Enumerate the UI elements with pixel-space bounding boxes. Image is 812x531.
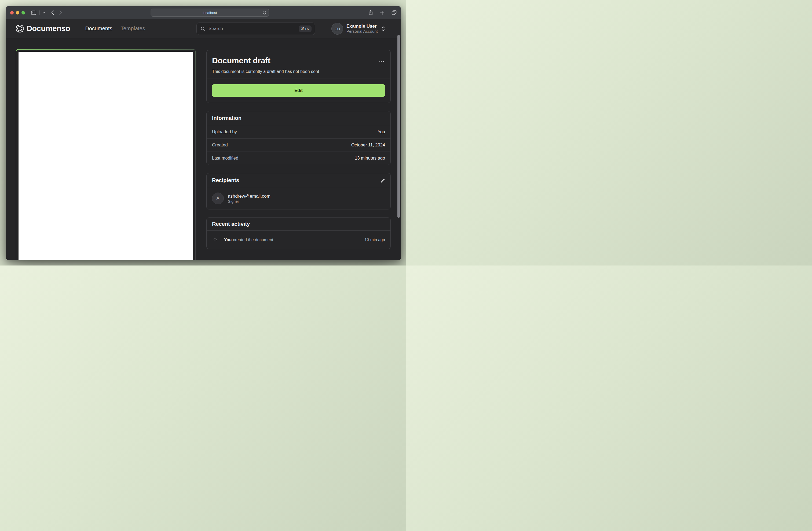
activity-text: Youcreated the document bbox=[224, 237, 273, 242]
document-status-title: Document draft bbox=[207, 50, 390, 65]
browser-toolbar: localhost bbox=[6, 6, 401, 19]
search-input[interactable]: Search ⌘+K bbox=[197, 23, 315, 35]
app-header: Documenso Documents Templates Search ⌘+K… bbox=[6, 19, 401, 38]
recent-activity-card: Recent activity Youcreated the document … bbox=[206, 218, 391, 249]
documenso-logo-icon bbox=[16, 25, 24, 32]
activity-row: Youcreated the document 13 min ago bbox=[207, 231, 390, 249]
document-preview-frame bbox=[16, 49, 195, 260]
forward-icon[interactable] bbox=[59, 11, 62, 15]
vertical-scrollbar[interactable] bbox=[397, 35, 400, 218]
info-row-last-modified: Last modified 13 minutes ago bbox=[207, 151, 390, 165]
tab-overview-icon[interactable] bbox=[392, 10, 396, 15]
document-preview-inner bbox=[16, 49, 195, 260]
main-nav: Documents Templates bbox=[85, 26, 145, 32]
recipients-card: Recipients A ashdrew@email.com Signer bbox=[206, 173, 391, 209]
document-status-card: Document draft This document is currentl… bbox=[206, 50, 391, 103]
recipient-role: Signer bbox=[228, 199, 271, 204]
recipient-text: ashdrew@email.com Signer bbox=[228, 193, 271, 204]
info-value: October 11, 2024 bbox=[351, 143, 385, 147]
page-content: Document draft This document is currentl… bbox=[6, 39, 401, 260]
address-bar-url: localhost bbox=[203, 11, 217, 15]
brand-name: Documenso bbox=[27, 24, 70, 33]
recipient-row: A ashdrew@email.com Signer bbox=[207, 188, 390, 209]
recipient-email: ashdrew@email.com bbox=[228, 193, 271, 199]
nav-item-templates[interactable]: Templates bbox=[121, 26, 145, 32]
reload-icon[interactable] bbox=[262, 10, 267, 15]
activity-actor: You bbox=[224, 237, 232, 242]
recipient-avatar: A bbox=[212, 193, 224, 204]
close-window-button[interactable] bbox=[10, 11, 14, 14]
recent-activity-title: Recent activity bbox=[207, 218, 390, 231]
share-icon[interactable] bbox=[368, 10, 373, 15]
sidebar-toggle-icon[interactable] bbox=[31, 11, 36, 15]
window-controls bbox=[10, 11, 25, 14]
zoom-window-button[interactable] bbox=[21, 11, 25, 14]
search-icon bbox=[201, 26, 205, 31]
document-status-subtitle: This document is currently a draft and h… bbox=[207, 65, 390, 78]
minimize-window-button[interactable] bbox=[16, 11, 19, 14]
user-avatar: EU bbox=[331, 23, 343, 34]
chevron-selector-icon bbox=[381, 26, 385, 32]
user-text: Example User Personal Account bbox=[346, 23, 378, 34]
new-tab-icon[interactable] bbox=[380, 11, 385, 15]
desktop: { "browser": { "url": "localhost" }, "he… bbox=[0, 0, 406, 265]
card-divider bbox=[207, 78, 390, 79]
user-name: Example User bbox=[346, 23, 378, 29]
info-label: Created bbox=[212, 143, 228, 147]
activity-time: 13 min ago bbox=[364, 237, 385, 242]
nav-item-documents[interactable]: Documents bbox=[85, 26, 112, 32]
activity-action: created the document bbox=[233, 237, 273, 242]
sidebar-chevron-down-icon[interactable] bbox=[42, 12, 45, 14]
info-row-created: Created October 11, 2024 bbox=[207, 138, 390, 151]
browser-window: localhost bbox=[6, 6, 401, 260]
edit-recipients-pencil-icon[interactable] bbox=[380, 179, 385, 183]
back-icon[interactable] bbox=[51, 11, 54, 15]
more-options-icon[interactable] bbox=[379, 61, 384, 62]
account-menu[interactable]: EU Example User Personal Account bbox=[331, 23, 385, 34]
address-bar[interactable]: localhost bbox=[151, 9, 269, 17]
document-sidebar: Document draft This document is currentl… bbox=[206, 50, 391, 249]
info-label: Last modified bbox=[212, 156, 238, 161]
brand[interactable]: Documenso bbox=[16, 24, 70, 33]
info-value: You bbox=[378, 129, 385, 134]
recipients-title: Recipients bbox=[207, 173, 390, 188]
info-row-uploaded-by: Uploaded by You bbox=[207, 125, 390, 138]
info-label: Uploaded by bbox=[212, 129, 237, 134]
activity-ring-icon bbox=[214, 238, 217, 241]
information-title: Information bbox=[207, 111, 390, 125]
document-page[interactable] bbox=[18, 52, 193, 260]
search-shortcut-badge: ⌘+K bbox=[299, 26, 311, 32]
information-card: Information Uploaded by You Created Octo… bbox=[206, 111, 391, 165]
info-value: 13 minutes ago bbox=[355, 156, 385, 161]
user-account-type: Personal Account bbox=[346, 29, 378, 34]
toolbar-right-group bbox=[368, 6, 396, 19]
edit-button[interactable]: Edit bbox=[212, 84, 385, 97]
search-placeholder: Search bbox=[208, 26, 296, 31]
